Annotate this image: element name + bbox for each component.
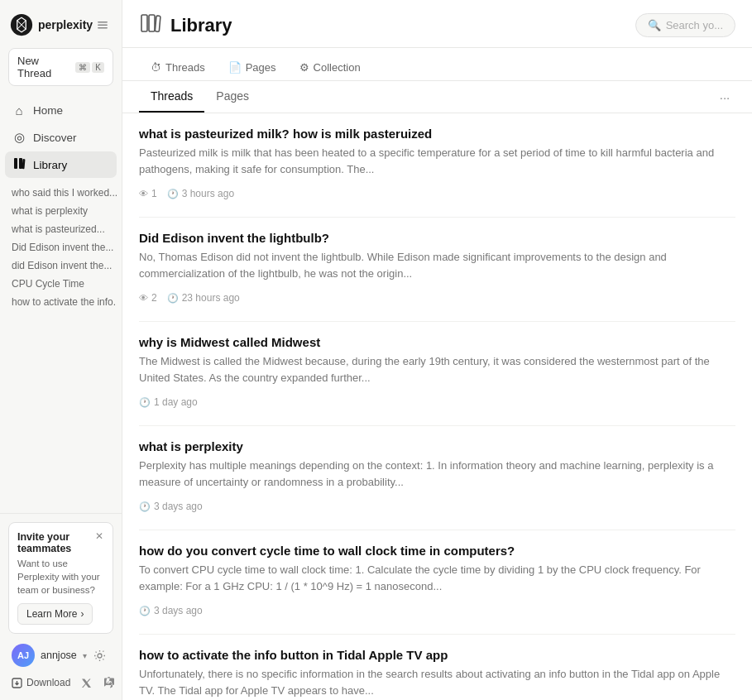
- thread-add-button[interactable]: +: [691, 288, 711, 308]
- thread-meta: 👁 1 🕐 3 hours ago + ···: [139, 184, 735, 204]
- sidebar-item-label-discover: Discover: [33, 132, 77, 144]
- social-icons: [77, 674, 118, 692]
- x-social-button[interactable]: [77, 674, 95, 692]
- stat-collection[interactable]: ⚙ Collection: [288, 56, 372, 80]
- sidebar-item-library[interactable]: Library: [5, 151, 117, 178]
- svg-rect-10: [149, 15, 155, 31]
- learn-more-button[interactable]: Learn More ›: [17, 603, 93, 625]
- sidebar-item-label-home: Home: [33, 104, 63, 117]
- stat-threads[interactable]: ⏱ Threads: [139, 56, 217, 80]
- thread-timestamp: 3 days ago: [154, 501, 203, 512]
- page-title: Library: [139, 12, 232, 39]
- library-icon: [12, 157, 26, 172]
- thread-view-count: 1: [151, 188, 157, 199]
- thread-more-button[interactable]: ···: [716, 288, 735, 308]
- tabs-row: Threads Pages ···: [122, 81, 752, 113]
- page-title-text: Library: [170, 15, 232, 36]
- stats-row: ⏱ Threads 📄 Pages ⚙ Collection: [122, 48, 752, 81]
- table-row[interactable]: what is pasteurized milk? how is milk pa…: [139, 113, 735, 218]
- thread-meta: 🕐 1 day ago + ···: [139, 392, 735, 412]
- avatar-initials: AJ: [17, 650, 29, 660]
- shortcut-key: K: [92, 62, 104, 73]
- nav-items: ⌂ Home ◎ Discover Library: [0, 94, 122, 182]
- thread-more-button[interactable]: ···: [716, 392, 735, 412]
- collapse-sidebar-button[interactable]: [93, 15, 112, 35]
- invite-description: Want to use Perplexity with your team or…: [17, 557, 104, 597]
- library-threads-list: who said this I worked... what is perple…: [0, 182, 122, 513]
- stat-pages[interactable]: 📄 Pages: [217, 56, 288, 80]
- thread-preview: Unfortunately, there is no specific info…: [139, 666, 735, 698]
- svg-point-7: [98, 654, 102, 658]
- discord-social-button[interactable]: [100, 674, 118, 692]
- list-item[interactable]: CPU Cycle Time: [5, 275, 117, 293]
- tab-threads[interactable]: Threads: [139, 81, 204, 113]
- svg-rect-6: [22, 159, 25, 169]
- list-item[interactable]: what is pasteurized...: [5, 220, 117, 238]
- thread-preview: No, Thomas Edison did not invent the lig…: [139, 249, 735, 281]
- threads-icon: ⏱: [151, 61, 161, 74]
- svg-rect-4: [14, 158, 17, 169]
- sidebar: perplexity New Thread ⌘ K ⌂ Home ◎ Disco…: [0, 0, 122, 700]
- svg-rect-2: [98, 25, 108, 26]
- sidebar-item-discover[interactable]: ◎ Discover: [5, 124, 117, 151]
- thread-title: what is pasteurized milk? how is milk pa…: [139, 127, 735, 141]
- thread-add-button[interactable]: +: [691, 496, 711, 516]
- main-header: Library 🔍 Search yo...: [122, 0, 752, 48]
- new-thread-shortcut: ⌘ K: [75, 62, 104, 73]
- pages-icon: 📄: [228, 61, 242, 74]
- list-item[interactable]: what is perplexity: [5, 202, 117, 220]
- thread-meta: 🕐 3 days ago + ···: [139, 601, 735, 621]
- main-content: Library 🔍 Search yo... ⏱ Threads 📄 Pages…: [122, 0, 752, 700]
- chevron-down-icon: ▾: [83, 651, 87, 660]
- list-item[interactable]: how to activate the info...: [5, 293, 117, 311]
- sidebar-item-label-library: Library: [33, 159, 67, 171]
- shortcut-cmd: ⌘: [75, 62, 90, 73]
- thread-more-button[interactable]: ···: [716, 496, 735, 516]
- new-thread-button[interactable]: New Thread ⌘ K: [8, 48, 113, 86]
- search-box[interactable]: 🔍 Search yo...: [635, 13, 735, 37]
- search-placeholder-text: Search yo...: [666, 19, 723, 31]
- clock-icon: 🕐: [139, 501, 151, 512]
- home-icon: ⌂: [12, 103, 26, 117]
- thread-meta: 🕐 3 days ago + ···: [139, 496, 735, 516]
- tab-pages[interactable]: Pages: [204, 81, 261, 113]
- thread-add-button[interactable]: +: [691, 184, 711, 204]
- list-item[interactable]: who said this I worked...: [5, 184, 117, 202]
- tabs-more-button[interactable]: ···: [714, 86, 735, 108]
- list-item[interactable]: did Edison invent the...: [5, 257, 117, 275]
- tabs: Threads Pages: [139, 81, 261, 113]
- sidebar-item-home[interactable]: ⌂ Home: [5, 98, 117, 123]
- username: annjose: [41, 650, 77, 661]
- thread-list: what is pasteurized milk? how is milk pa…: [122, 113, 752, 700]
- logo[interactable]: perplexity: [10, 13, 93, 36]
- thread-more-button[interactable]: ···: [716, 601, 735, 621]
- settings-button[interactable]: [89, 645, 110, 666]
- list-item[interactable]: Did Edison invent the...: [5, 238, 117, 257]
- clock-icon: 🕐: [139, 606, 151, 616]
- thread-timestamp: 3 days ago: [154, 605, 203, 616]
- download-button[interactable]: Download: [12, 677, 70, 688]
- thread-view-count: 2: [151, 292, 157, 304]
- clock-icon: 🕐: [167, 189, 179, 199]
- thread-add-button[interactable]: +: [691, 601, 711, 621]
- table-row[interactable]: how to activate the info button in Tidal…: [139, 635, 735, 700]
- table-row[interactable]: how do you convert cycle time to wall cl…: [139, 530, 735, 635]
- thread-add-button[interactable]: +: [691, 392, 711, 412]
- table-row[interactable]: what is perplexity Perplexity has multip…: [139, 426, 735, 530]
- table-row[interactable]: why is Midwest called Midwest The Midwes…: [139, 322, 735, 426]
- thread-more-button[interactable]: ···: [716, 184, 735, 204]
- pages-stat-label: Pages: [246, 61, 276, 74]
- invite-close-button[interactable]: ✕: [93, 530, 106, 543]
- svg-rect-3: [98, 27, 108, 29]
- thread-preview: Pasteurized milk is milk that has been h…: [139, 145, 735, 177]
- invite-box: ✕ Invite your teammates Want to use Perp…: [8, 522, 113, 634]
- views-icon: 👁: [139, 293, 148, 303]
- thread-title: why is Midwest called Midwest: [139, 335, 735, 349]
- app-name: perplexity: [38, 18, 93, 31]
- sidebar-bottom: ✕ Invite your teammates Want to use Perp…: [0, 513, 122, 700]
- discover-icon: ◎: [12, 130, 26, 145]
- table-row[interactable]: Did Edison invent the lightbulb? No, Tho…: [139, 218, 735, 322]
- perplexity-logo-icon: [10, 13, 33, 36]
- library-title-icon: [139, 12, 162, 39]
- user-menu[interactable]: AJ annjose ▾: [12, 644, 87, 667]
